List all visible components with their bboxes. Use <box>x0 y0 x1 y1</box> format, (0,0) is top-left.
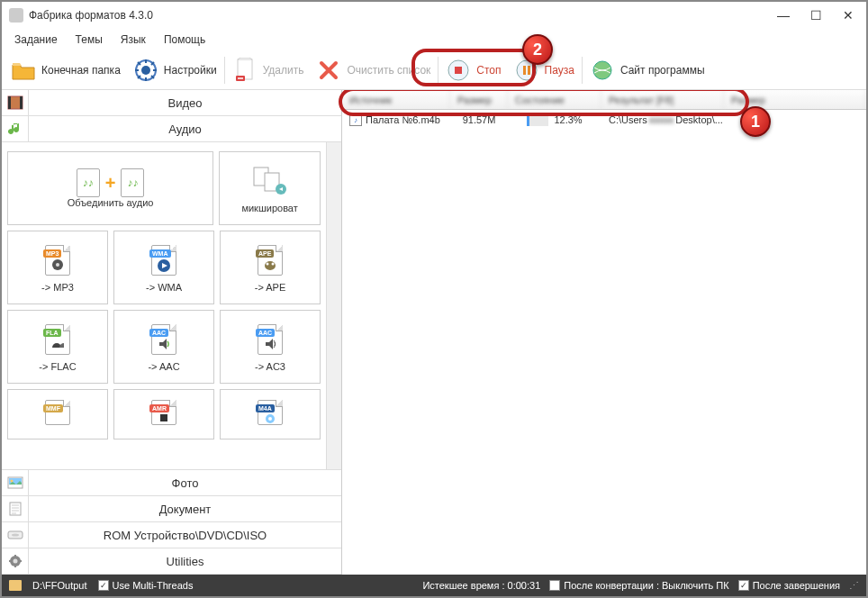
menu-themes[interactable]: Темы <box>68 32 110 48</box>
cell-percent: 12.3% <box>554 114 582 125</box>
stop-label: Стоп <box>476 64 501 77</box>
menu-help[interactable]: Помощь <box>157 32 212 48</box>
cell-output: C:\Users <box>609 114 647 125</box>
cell-size: 91.57M <box>450 110 508 130</box>
cell-output-tail: Desktop\... <box>675 114 723 125</box>
ape-icon: APE <box>252 242 288 278</box>
checkbox-icon: ✓ <box>738 580 749 591</box>
utilities-icon <box>2 548 29 574</box>
minimize-button[interactable]: — <box>773 5 794 26</box>
app-icon <box>9 8 23 23</box>
svg-point-32 <box>13 559 17 564</box>
format-m4a[interactable]: M4A <box>220 389 321 439</box>
category-rom-label: ROM Устройство\DVD\CD\ISO <box>29 529 341 542</box>
after-done-checkbox[interactable]: ✓ После завершения <box>738 580 840 591</box>
m4a-icon: M4A <box>252 394 288 430</box>
category-video-label: Видео <box>29 96 341 110</box>
format-mp3[interactable]: MP3 -> MP3 <box>7 231 108 304</box>
svg-point-30 <box>12 534 19 537</box>
separator <box>582 57 583 84</box>
format-flac[interactable]: FLA -> FLAC <box>7 310 108 384</box>
category-video[interactable]: Видео <box>2 90 341 116</box>
th-state[interactable]: Состояние <box>508 90 601 109</box>
format-mmf[interactable]: MMF <box>7 389 108 439</box>
resize-grip-icon[interactable]: ⋰ <box>849 580 859 592</box>
svg-rect-8 <box>528 66 530 75</box>
format-ac3[interactable]: AAC -> AC3 <box>220 310 321 384</box>
category-utilities-label: Utilities <box>29 555 341 568</box>
separator <box>224 57 225 84</box>
svg-point-24 <box>268 417 272 421</box>
svg-rect-11 <box>8 96 11 109</box>
stop-icon <box>446 58 471 83</box>
gear-icon <box>133 58 158 83</box>
delete-button[interactable]: Удалить <box>227 54 310 86</box>
multithreads-label: Use Multi-Threads <box>113 580 194 591</box>
progress-bar <box>527 113 548 126</box>
table-row[interactable]: ♪ Палата №6.m4b 91.57M 12.3% C:\Users xx… <box>342 110 866 130</box>
merge-audio-icon: ♪♪+♪♪ <box>77 168 145 197</box>
cell-filename: Палата №6.m4b <box>366 114 440 125</box>
toolbar: Конечная папка Настройки Удалить Очистит… <box>2 50 866 90</box>
settings-label: Настройки <box>164 64 217 77</box>
output-folder-button[interactable]: Конечная папка <box>5 54 126 86</box>
formats-area: ♪♪+♪♪ Объединить аудио микшироват MP3 <box>2 142 341 470</box>
format-ape[interactable]: APE -> APE <box>220 231 321 304</box>
category-utilities[interactable]: Utilities <box>2 548 341 575</box>
audio-icon <box>2 116 29 141</box>
menu-lang[interactable]: Язык <box>113 32 153 48</box>
category-photo[interactable]: Фото <box>2 469 341 496</box>
right-panel: Источник Размер Состояние Результат [F8]… <box>342 90 866 575</box>
format-mix-label: микшироват <box>241 203 297 213</box>
separator <box>438 57 439 84</box>
table-header: Источник Размер Состояние Результат [F8]… <box>342 90 866 110</box>
svg-point-19 <box>265 261 276 270</box>
checkbox-icon <box>549 580 560 591</box>
svg-rect-22 <box>160 414 167 421</box>
after-conv-label: После конвертации : Выключить ПК <box>564 580 728 591</box>
category-rom[interactable]: ROM Устройство\DVD\CD\ISO <box>2 521 341 548</box>
status-folder-icon[interactable] <box>9 580 22 591</box>
th-result[interactable]: Результат [F8] <box>601 90 724 109</box>
category-audio[interactable]: Аудио <box>2 115 341 142</box>
site-button[interactable]: Сайт программы <box>584 54 710 86</box>
after-conv-checkbox[interactable]: После конвертации : Выключить ПК <box>549 580 728 591</box>
callout-number-2: 2 <box>522 34 553 65</box>
multithreads-checkbox[interactable]: ✓ Use Multi-Threads <box>98 580 194 591</box>
maximize-button[interactable]: ☐ <box>805 5 827 26</box>
clear-list-button[interactable]: Очистить список <box>311 54 436 86</box>
format-mix[interactable]: микшироват <box>219 151 321 225</box>
svg-point-21 <box>272 263 275 266</box>
category-document-label: Документ <box>29 503 341 516</box>
th-extra[interactable]: Размер <box>724 90 866 109</box>
th-size[interactable]: Размер <box>450 90 508 109</box>
left-panel: Видео Аудио ♪♪+♪♪ Объединить аудио <box>2 90 342 575</box>
menu-task[interactable]: Задание <box>7 32 65 48</box>
after-done-label: После завершения <box>753 580 840 591</box>
site-label: Сайт программы <box>620 64 705 77</box>
th-source[interactable]: Источник <box>342 90 450 109</box>
format-aac-label: -> AAC <box>148 361 179 372</box>
format-flac-label: -> FLAC <box>39 361 76 372</box>
audio-file-icon: ♪ <box>349 113 362 126</box>
svg-rect-7 <box>523 66 526 75</box>
format-ape-label: -> APE <box>255 282 286 293</box>
stop-button[interactable]: Стоп <box>440 54 506 86</box>
format-ac3-label: -> AC3 <box>255 361 285 372</box>
format-wma[interactable]: WMA -> WMA <box>113 231 214 304</box>
formats-grid: ♪♪+♪♪ Объединить аудио микшироват MP3 <box>2 142 326 470</box>
close-button[interactable]: ✕ <box>837 5 859 26</box>
svg-rect-5 <box>455 67 462 74</box>
wma-icon: WMA <box>146 242 182 278</box>
video-icon <box>2 90 29 115</box>
aac-icon: AAC <box>146 322 182 358</box>
format-wma-label: -> WMA <box>146 282 182 293</box>
formats-scrollbar[interactable] <box>326 142 341 470</box>
category-document[interactable]: Документ <box>2 495 341 522</box>
pause-label: Пауза <box>545 64 574 77</box>
format-amr[interactable]: AMR <box>113 389 214 439</box>
settings-button[interactable]: Настройки <box>128 54 222 86</box>
format-merge-audio[interactable]: ♪♪+♪♪ Объединить аудио <box>7 151 213 225</box>
format-aac[interactable]: AAC -> AAC <box>113 310 214 384</box>
rom-icon <box>2 522 29 548</box>
